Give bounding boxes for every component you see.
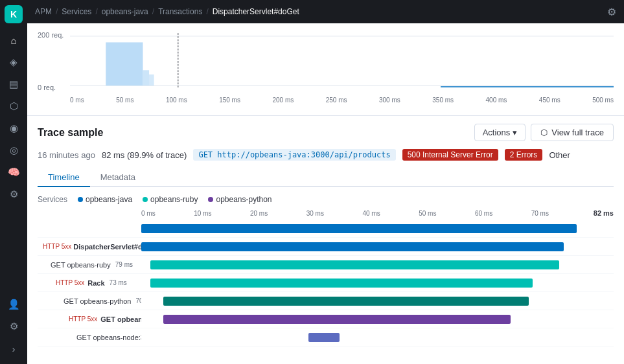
chart-y-top: 200 req. bbox=[38, 31, 64, 39]
view-full-trace-button[interactable]: ⬡ View full trace bbox=[531, 124, 614, 141]
sidebar-icon-home[interactable]: ⌂ bbox=[3, 30, 24, 51]
x-label-50ms: 50 ms bbox=[419, 210, 436, 217]
chart-section: 200 req. 0 req. bbox=[27, 23, 624, 115]
trace-duration: 82 ms (89.9% of trace) bbox=[102, 150, 187, 160]
svg-rect-3 bbox=[143, 70, 150, 85]
top-nav: APM / Services / opbeans-java / Transact… bbox=[27, 0, 624, 23]
chart-svg bbox=[70, 28, 614, 93]
duration-2: 79 ms bbox=[115, 261, 133, 268]
tab-metadata[interactable]: Metadata bbox=[90, 168, 146, 187]
x-label-20ms: 20 ms bbox=[250, 210, 268, 217]
svg-rect-2 bbox=[106, 42, 143, 85]
sidebar: K ⌂ ◈ ▤ ⬡ ◉ ◎ 🧠 ⚙ 👤 ⚙ › bbox=[0, 0, 27, 364]
opbeans-ruby-dot bbox=[143, 197, 148, 202]
x-label-10ms: 10 ms bbox=[194, 210, 211, 217]
svg-rect-4 bbox=[149, 74, 154, 85]
trow-bar-1 bbox=[141, 242, 564, 251]
sidebar-icon-uptime[interactable]: ◉ bbox=[3, 118, 24, 139]
opbeans-python-dot bbox=[208, 197, 213, 202]
service-opbeans-python: opbeans-python bbox=[208, 195, 272, 204]
trow-label-1: HTTP 5xx DispatcherServlet#doGet 82 ms bbox=[38, 243, 141, 251]
services-legend: Services opbeans-java opbeans-ruby opbea… bbox=[38, 195, 614, 204]
trow-bar-area-3 bbox=[141, 278, 581, 288]
duration-4: 70 ms bbox=[135, 297, 141, 304]
service-opbeans-java: opbeans-java bbox=[78, 195, 132, 204]
timeline-row-1[interactable]: HTTP 5xx DispatcherServlet#doGet 82 ms bbox=[38, 238, 614, 256]
trow-bar-3 bbox=[150, 279, 533, 288]
timeline-row-0[interactable] bbox=[38, 220, 614, 238]
x-label-70ms: 70 ms bbox=[531, 210, 549, 217]
timeline-container: 0 ms 10 ms 20 ms 30 ms 40 ms 50 ms 60 ms… bbox=[38, 209, 614, 347]
tab-timeline[interactable]: Timeline bbox=[38, 168, 90, 187]
sidebar-icon-logs[interactable]: ▤ bbox=[3, 74, 24, 95]
trow-bar-area-0 bbox=[141, 223, 581, 234]
trow-label-6: GET opbeans-node:3000 6,828 µs bbox=[38, 334, 141, 341]
chart-y-bottom: 0 req. bbox=[38, 84, 56, 91]
timeline-row-4[interactable]: GET opbeans-python 70 ms bbox=[38, 292, 614, 310]
trace-info-row: 16 minutes ago 82 ms (89.9% of trace) GE… bbox=[38, 149, 614, 161]
trow-bar-2 bbox=[150, 260, 559, 269]
opbeans-java-dot bbox=[78, 197, 83, 202]
trow-bar-0 bbox=[141, 224, 577, 233]
external-link-icon: ⬡ bbox=[540, 128, 548, 137]
x-label-0ms: 0 ms bbox=[141, 210, 156, 217]
x-label-end: 82 ms bbox=[581, 209, 614, 217]
sidebar-icon-dev[interactable]: ⚙ bbox=[3, 184, 24, 205]
errors-count-badge: 2 Errors bbox=[505, 149, 543, 161]
trow-label-3: HTTP 5xx Rack 73 ms bbox=[38, 279, 141, 287]
error-status-badge: 500 Internal Server Error bbox=[402, 149, 498, 161]
trace-header: Trace sample Actions ▾ ⬡ View full trace bbox=[38, 124, 614, 141]
trace-time-ago: 16 minutes ago bbox=[38, 150, 95, 160]
nav-services[interactable]: Services bbox=[62, 7, 91, 16]
x-label-60ms: 60 ms bbox=[475, 210, 492, 217]
sidebar-icon-collapse[interactable]: › bbox=[3, 338, 24, 359]
trow-label-2: GET opbeans-ruby 79 ms bbox=[38, 261, 141, 269]
trow-bar-area-5 bbox=[141, 314, 581, 324]
trow-label-4: GET opbeans-python 70 ms bbox=[38, 297, 141, 305]
logo[interactable]: K bbox=[5, 5, 23, 23]
sidebar-icon-user[interactable]: 👤 bbox=[3, 294, 24, 315]
trow-bar-6 bbox=[308, 333, 340, 342]
nav-current: DispatcherServlet#doGet bbox=[213, 7, 299, 16]
x-label-30ms: 30 ms bbox=[306, 210, 324, 217]
trow-bar-5 bbox=[163, 315, 511, 324]
tabs-bar: Timeline Metadata bbox=[38, 168, 614, 187]
timeline-row-5[interactable]: HTTP 5xx GET opbeans.views.products 2 66… bbox=[38, 310, 614, 328]
nav-apm[interactable]: APM bbox=[35, 7, 52, 16]
timeline-row-3[interactable]: HTTP 5xx Rack 73 ms bbox=[38, 274, 614, 292]
trace-section: Trace sample Actions ▾ ⬡ View full trace… bbox=[27, 115, 624, 354]
service-opbeans-ruby: opbeans-ruby bbox=[143, 195, 198, 204]
chart-x-labels: 0 ms 50 ms 100 ms 150 ms 200 ms 250 ms 3… bbox=[70, 97, 614, 104]
services-label: Services bbox=[38, 195, 67, 204]
sidebar-icon-ml[interactable]: 🧠 bbox=[3, 162, 24, 183]
chevron-down-icon: ▾ bbox=[513, 128, 517, 137]
trow-bar-area-6 bbox=[141, 332, 581, 343]
sidebar-icon-maps[interactable]: ◎ bbox=[3, 140, 24, 161]
x-label-40ms: 40 ms bbox=[362, 210, 380, 217]
trow-bar-4 bbox=[163, 297, 529, 306]
nav-opbeans-java[interactable]: opbeans-java bbox=[102, 7, 148, 16]
main-content: APM / Services / opbeans-java / Transact… bbox=[27, 0, 624, 364]
sidebar-icon-apm[interactable]: ◈ bbox=[3, 52, 24, 73]
trow-bar-area-4 bbox=[141, 296, 581, 306]
trace-title: Trace sample bbox=[38, 127, 103, 139]
content-area: 200 req. 0 req. bbox=[27, 23, 624, 364]
nav-transactions[interactable]: Transactions bbox=[158, 7, 202, 16]
sidebar-icon-metrics[interactable]: ⬡ bbox=[3, 96, 24, 117]
settings-icon[interactable]: ⚙ bbox=[607, 6, 616, 18]
trow-label-5: HTTP 5xx GET opbeans.views.products 2 66… bbox=[38, 315, 141, 323]
latency-chart: 200 req. 0 req. bbox=[70, 28, 614, 113]
duration-3: 73 ms bbox=[110, 279, 127, 286]
trace-url-badge: GET http://opbeans-java:3000/api/product… bbox=[193, 149, 395, 161]
trow-bar-area-2 bbox=[141, 260, 581, 270]
actions-button[interactable]: Actions ▾ bbox=[474, 124, 526, 141]
sidebar-icon-settings[interactable]: ⚙ bbox=[3, 316, 24, 337]
http-badge-1: HTTP 5xx bbox=[43, 243, 71, 250]
timeline-row-2[interactable]: GET opbeans-ruby 79 ms bbox=[38, 256, 614, 274]
other-label: Other bbox=[549, 150, 570, 160]
trace-actions-group: Actions ▾ ⬡ View full trace bbox=[474, 124, 614, 141]
method-name-1: DispatcherServlet#doGet bbox=[73, 243, 141, 251]
timeline-row-6[interactable]: GET opbeans-node:3000 6,828 µs bbox=[38, 328, 614, 347]
trow-bar-area-1 bbox=[141, 242, 581, 252]
